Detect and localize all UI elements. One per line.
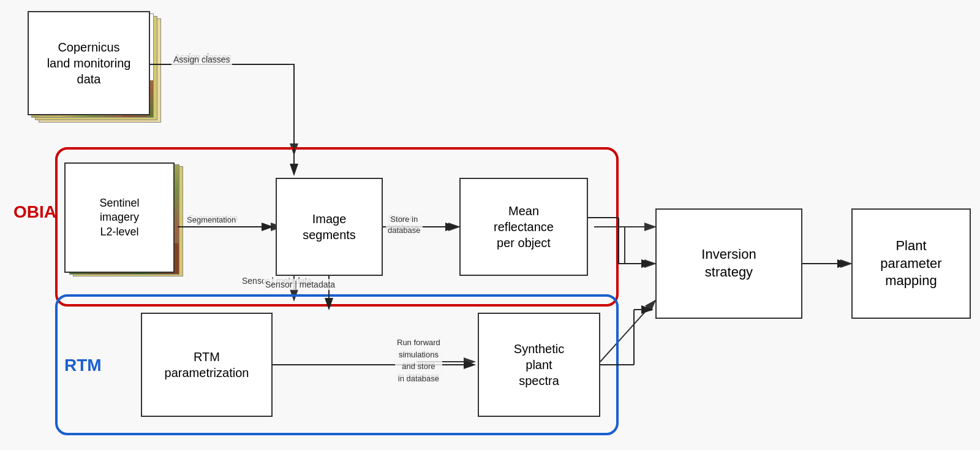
obia-label: OBIA — [13, 202, 56, 222]
synthetic-plant-box: Synthetic plant spectra — [478, 313, 600, 417]
store-db-text: Store indatabase — [386, 213, 423, 237]
rtm-label: RTM — [64, 356, 102, 375]
sentinel-box: Sentinel imagery L2-level — [64, 162, 175, 273]
run-forward-text: Run forwardsimulationsand storein databa… — [395, 336, 442, 385]
copernicus-box: Copernicus land monitoring data — [28, 11, 150, 115]
plant-param-label: Plant parameter mapping — [880, 237, 941, 290]
plant-param-box: Plant parameter mapping — [851, 208, 971, 319]
sentinel-label: Sentinel imagery L2-level — [99, 196, 139, 239]
image-segments-label: Image segments — [303, 211, 356, 243]
rtm-param-box: RTM parametrization — [141, 313, 273, 417]
segmentation-text: Segmentation — [185, 215, 238, 225]
image-segments-box: Image segments — [276, 178, 383, 276]
inversion-label: Inversion strategy — [701, 246, 756, 281]
assign-classes-text: Assign classes — [172, 54, 232, 65]
mean-reflectance-label: Mean reflectance per object — [494, 203, 554, 251]
rtm-param-label: RTM parametrization — [165, 349, 249, 381]
diagram: Copernicus land monitoring data Assign c… — [0, 0, 980, 450]
mean-reflectance-box: Mean reflectance per object — [459, 178, 588, 276]
synthetic-plant-label: Synthetic plant spectra — [514, 341, 564, 389]
sensor-meta-text: Sensor | metadata — [263, 279, 337, 290]
inversion-box: Inversion strategy — [655, 208, 802, 319]
copernicus-label: Copernicus land monitoring data — [47, 39, 131, 87]
